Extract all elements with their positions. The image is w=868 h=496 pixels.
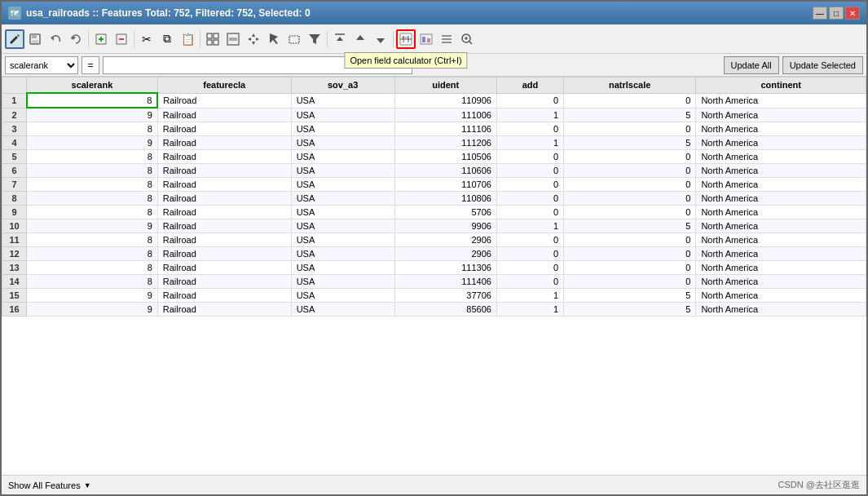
add-cell[interactable]: 0 [496,261,563,275]
table-row[interactable]: 68RailroadUSA11060600North America [2,164,866,178]
add-cell[interactable]: 0 [496,178,563,192]
featurecla-cell[interactable]: Railroad [157,206,291,219]
featurecla-cell[interactable]: Railroad [157,275,291,289]
undo-button[interactable] [46,29,65,49]
continent-cell[interactable]: North America [696,233,866,247]
add-cell[interactable]: 0 [496,150,563,164]
sov_a3-cell[interactable]: USA [291,289,394,303]
sov_a3-cell[interactable]: USA [291,108,394,122]
table-row[interactable]: 109RailroadUSA990615North America [2,219,866,233]
conditional-format-button[interactable] [416,29,436,49]
uident-cell[interactable]: 9906 [394,219,496,233]
table-row[interactable]: 88RailroadUSA11080600North America [2,192,866,206]
add-cell[interactable]: 0 [496,192,563,206]
organize-columns-button[interactable] [437,29,456,49]
natrlscale-cell[interactable]: 5 [564,303,696,317]
featurecla-cell[interactable]: Railroad [157,164,291,178]
table-row[interactable]: 18RailroadUSA11090600North America [2,93,866,108]
add-cell[interactable]: 1 [496,136,563,150]
scalerank-cell[interactable]: 9 [27,219,158,233]
add-cell[interactable]: 1 [496,108,563,122]
continent-cell[interactable]: North America [696,206,866,219]
natrlscale-cell[interactable]: 0 [564,192,696,206]
scalerank-cell[interactable]: 8 [27,192,158,206]
add-cell[interactable]: 0 [496,275,563,289]
move-to-top-button[interactable] [330,29,350,49]
show-features-control[interactable]: Show All Features ▼ [8,480,91,490]
edit-mode-button[interactable] [5,29,24,49]
table-row[interactable]: 159RailroadUSA3770615North America [2,289,866,303]
uident-header[interactable]: uident [394,78,496,94]
continent-cell[interactable]: North America [696,150,866,164]
scalerank-cell[interactable]: 8 [27,93,158,108]
natrlscale-cell[interactable]: 5 [564,219,696,233]
featurecla-cell[interactable]: Railroad [157,233,291,247]
scalerank-cell[interactable]: 9 [27,303,158,317]
natrlscale-cell[interactable]: 0 [564,178,696,192]
copy-button[interactable]: ⧉ [157,29,177,49]
save-button[interactable] [25,29,45,49]
featurecla-cell[interactable]: Railroad [157,136,291,150]
featurecla-cell[interactable]: Railroad [157,192,291,206]
featurecla-cell[interactable]: Railroad [157,247,291,261]
show-features-dropdown-arrow[interactable]: ▼ [84,481,91,489]
natrlscale-cell[interactable]: 0 [564,261,696,275]
sov_a3-cell[interactable]: USA [291,219,394,233]
add-cell[interactable]: 1 [496,219,563,233]
scalerank-cell[interactable]: 8 [27,164,158,178]
delete-row-button[interactable] [112,29,131,49]
zoom-selected-button[interactable] [223,29,243,49]
table-row[interactable]: 58RailroadUSA11050600North America [2,150,866,164]
minimize-button[interactable]: — [813,7,827,20]
natrlscale-cell[interactable]: 5 [564,289,696,303]
uident-cell[interactable]: 110606 [394,164,496,178]
zoom-full-button[interactable] [203,29,223,49]
uident-cell[interactable]: 111206 [394,136,496,150]
paste-button[interactable]: 📋 [178,29,197,49]
add-cell[interactable]: 0 [496,233,563,247]
uident-cell[interactable]: 111306 [394,261,496,275]
featurecla-cell[interactable]: Railroad [157,122,291,136]
featurecla-cell[interactable]: Railroad [157,303,291,317]
scalerank-cell[interactable]: 9 [27,289,158,303]
pan-button[interactable] [244,29,263,49]
uident-cell[interactable]: 2906 [394,233,496,247]
filter-button[interactable] [305,29,324,49]
add-cell[interactable]: 0 [496,206,563,219]
table-row[interactable]: 138RailroadUSA11130600North America [2,261,866,275]
continent-cell[interactable]: North America [696,303,866,317]
table-row[interactable]: 29RailroadUSA11100615North America [2,108,866,122]
zoom-in-button[interactable] [457,29,477,49]
select-button[interactable] [264,29,284,49]
featurecla-cell[interactable]: Railroad [157,261,291,275]
field-calculator-button[interactable]: abcd [396,29,416,49]
scalerank-cell[interactable]: 8 [27,247,158,261]
table-row[interactable]: 49RailroadUSA11120615North America [2,136,866,150]
natrlscale-cell[interactable]: 0 [564,122,696,136]
move-up-button[interactable] [350,29,370,49]
natrlscale-cell[interactable]: 0 [564,150,696,164]
refresh-button[interactable] [66,29,86,49]
sov_a3-cell[interactable]: USA [291,164,394,178]
table-row[interactable]: 38RailroadUSA11110600North America [2,122,866,136]
uident-cell[interactable]: 110906 [394,93,496,108]
continent-cell[interactable]: North America [696,247,866,261]
table-row[interactable]: 78RailroadUSA11070600North America [2,178,866,192]
add-cell[interactable]: 1 [496,303,563,317]
table-container[interactable]: scalerank featurecla sov_a3 uident add n… [2,77,866,475]
natrlscale-cell[interactable]: 0 [564,247,696,261]
select-rectangle-button[interactable] [284,29,304,49]
natrlscale-cell[interactable]: 0 [564,233,696,247]
add-cell[interactable]: 1 [496,289,563,303]
uident-cell[interactable]: 110706 [394,178,496,192]
scalerank-cell[interactable]: 8 [27,261,158,275]
continent-cell[interactable]: North America [696,136,866,150]
continent-cell[interactable]: North America [696,164,866,178]
table-row[interactable]: 148RailroadUSA11140600North America [2,275,866,289]
table-row[interactable]: 118RailroadUSA290600North America [2,233,866,247]
continent-cell[interactable]: North America [696,122,866,136]
cut-button[interactable]: ✂ [137,29,156,49]
uident-cell[interactable]: 5706 [394,206,496,219]
formula-input[interactable] [103,56,412,74]
continent-cell[interactable]: North America [696,93,866,108]
